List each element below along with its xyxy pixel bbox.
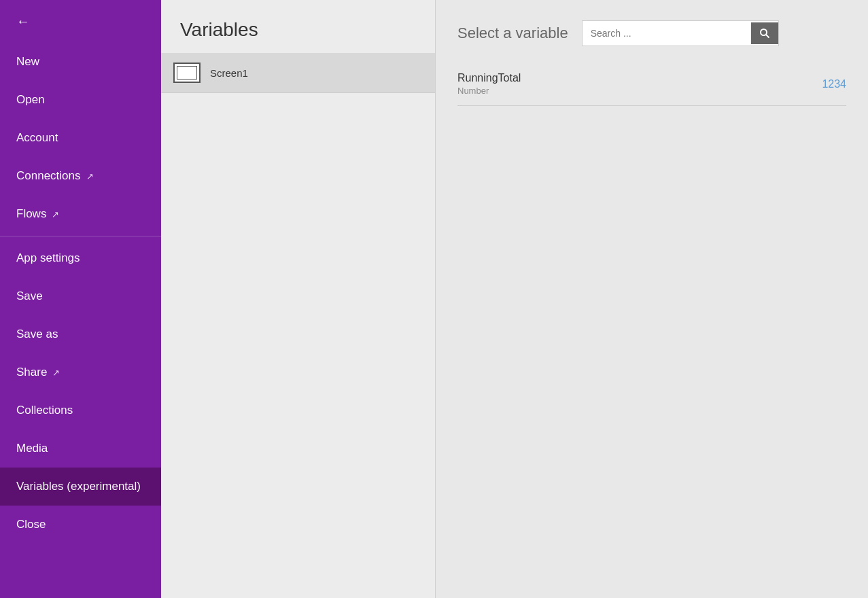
external-link-icon: ↗ bbox=[86, 171, 94, 181]
sidebar-item-label: Share bbox=[16, 366, 47, 379]
panel-title: Variables bbox=[161, 0, 435, 53]
screen-list: Screen1 bbox=[161, 53, 435, 93]
sidebar-item-label: Save as bbox=[16, 328, 58, 341]
svg-line-1 bbox=[766, 35, 769, 38]
search-icon bbox=[759, 28, 770, 39]
screen-icon bbox=[173, 63, 201, 83]
sidebar-item-collections[interactable]: Collections bbox=[0, 391, 161, 429]
sidebar: ← New Open Account Connections ↗ Flows ↗… bbox=[0, 0, 161, 598]
sidebar-item-label: Save bbox=[16, 289, 43, 303]
sidebar-item-save[interactable]: Save bbox=[0, 277, 161, 315]
back-button[interactable]: ← bbox=[0, 0, 161, 43]
sidebar-item-label: New bbox=[16, 55, 39, 69]
sidebar-item-label: Variables (experimental) bbox=[16, 480, 141, 493]
sidebar-item-label: Account bbox=[16, 131, 58, 145]
sidebar-item-account[interactable]: Account bbox=[0, 119, 161, 157]
sidebar-item-label: Media bbox=[16, 442, 48, 455]
sidebar-item-new[interactable]: New bbox=[0, 43, 161, 81]
sidebar-item-close[interactable]: Close bbox=[0, 506, 161, 544]
variable-value: 1234 bbox=[822, 78, 846, 90]
sidebar-item-save-as[interactable]: Save as bbox=[0, 315, 161, 353]
right-panel: Select a variable RunningTotal Number 12… bbox=[435, 0, 868, 598]
select-variable-label: Select a variable bbox=[457, 24, 568, 42]
search-box bbox=[582, 20, 779, 46]
screen-item[interactable]: Screen1 bbox=[161, 53, 435, 93]
search-input[interactable] bbox=[583, 21, 751, 46]
svg-point-0 bbox=[761, 29, 767, 35]
search-button[interactable] bbox=[751, 22, 778, 44]
sidebar-item-label: Collections bbox=[16, 404, 73, 417]
variable-info: RunningTotal Number bbox=[457, 72, 822, 96]
external-link-icon: ↗ bbox=[52, 368, 60, 378]
sidebar-item-variables[interactable]: Variables (experimental) bbox=[0, 468, 161, 506]
sidebar-item-label: Connections bbox=[16, 169, 81, 183]
sidebar-item-label: App settings bbox=[16, 251, 80, 265]
sidebar-item-app-settings[interactable]: App settings bbox=[0, 239, 161, 277]
sidebar-item-label: Close bbox=[16, 518, 46, 531]
middle-panel: Variables Screen1 bbox=[161, 0, 435, 598]
right-header: Select a variable bbox=[457, 20, 846, 46]
sidebar-item-label: Flows bbox=[16, 207, 46, 221]
back-arrow-icon: ← bbox=[16, 14, 30, 29]
sidebar-item-connections[interactable]: Connections ↗ bbox=[0, 157, 161, 195]
screen-icon-inner bbox=[177, 66, 197, 80]
sidebar-item-flows[interactable]: Flows ↗ bbox=[0, 195, 161, 233]
sidebar-divider bbox=[0, 236, 161, 236]
external-link-icon: ↗ bbox=[52, 209, 59, 219]
variable-type: Number bbox=[457, 86, 822, 96]
sidebar-item-share[interactable]: Share ↗ bbox=[0, 353, 161, 391]
variable-row[interactable]: RunningTotal Number 1234 bbox=[457, 63, 846, 106]
screen-name: Screen1 bbox=[210, 67, 248, 79]
sidebar-item-open[interactable]: Open bbox=[0, 81, 161, 119]
variable-name: RunningTotal bbox=[457, 72, 822, 84]
sidebar-item-label: Open bbox=[16, 93, 45, 107]
sidebar-item-media[interactable]: Media bbox=[0, 429, 161, 468]
